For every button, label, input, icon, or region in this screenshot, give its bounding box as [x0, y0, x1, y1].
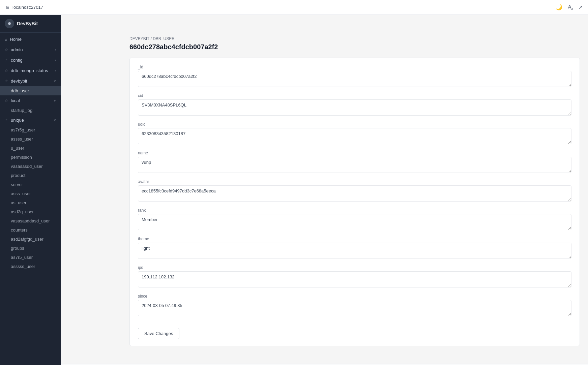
field-input-ips[interactable]	[138, 271, 571, 287]
field-input-since[interactable]	[138, 300, 571, 316]
sidebar-child-product[interactable]: product	[0, 171, 61, 180]
sidebar-child-asssss-user[interactable]: asssss_user	[0, 262, 61, 271]
sidebar-child-asd2q-user[interactable]: asd2q_user	[0, 207, 61, 216]
server-icon: 🖥	[5, 5, 10, 10]
star-icon-local: ☆	[5, 98, 8, 103]
field-group-ips: ips	[138, 265, 571, 288]
field-label-udid: udid	[138, 122, 571, 127]
sidebar-devbybit-label: devbybit	[11, 79, 27, 84]
field-label-name: name	[138, 151, 571, 155]
sidebar-child-startup-log[interactable]: startup_log	[0, 106, 61, 115]
field-input-avatar[interactable]	[138, 185, 571, 202]
page-title: 660dc278abc4cfdcb007a2f2	[129, 43, 580, 51]
field-label-rank: rank	[138, 208, 571, 213]
external-link-icon[interactable]: ↗	[578, 4, 583, 10]
breadcrumb: DEVBYBIT / DBB_USER	[129, 36, 580, 41]
dark-mode-icon[interactable]: 🌙	[556, 4, 562, 10]
translate-icon[interactable]: Az	[568, 4, 573, 10]
sidebar: ⚙ DevByBit ⌂ Home ☆ admin › ☆ config › ☆…	[0, 15, 61, 365]
star-icon-unique: ☆	[5, 118, 8, 122]
field-input-rank[interactable]	[138, 214, 571, 230]
topbar: 🖥 localhost:27017 🌙 Az ↗	[0, 0, 588, 15]
sidebar-child-as-user[interactable]: as_user	[0, 198, 61, 207]
sidebar-child-groups[interactable]: groups	[0, 244, 61, 253]
footer: Copyright © 2024 DevByBit. All rights re…	[61, 364, 588, 365]
fields-container: _idcidudidnameavatarrankthemeipssince	[138, 65, 571, 317]
sidebar-child-counters[interactable]: counters	[0, 225, 61, 235]
breadcrumb-parent[interactable]: DEVBYBIT	[129, 36, 149, 41]
chevron-config: ›	[55, 58, 56, 62]
sidebar-item-admin[interactable]: ☆ admin ›	[0, 44, 61, 55]
chevron-local: ∨	[54, 99, 56, 102]
sidebar-item-config[interactable]: ☆ config ›	[0, 55, 61, 65]
chevron-devbybit: ∨	[54, 79, 56, 83]
sidebar-child-asss-user[interactable]: asss_user	[0, 189, 61, 198]
field-input-cid[interactable]	[138, 99, 571, 116]
sidebar-child-vasasasddasd-user[interactable]: vasasasddasd_user	[0, 216, 61, 225]
sidebar-item-ddb-mongo-status[interactable]: ☆ ddb_mongo_status ›	[0, 65, 61, 76]
star-icon-ddb: ☆	[5, 68, 8, 73]
save-changes-button[interactable]: Save Changes	[138, 328, 179, 339]
field-group-cid: cid	[138, 93, 571, 117]
sidebar-child-permission[interactable]: permission	[0, 153, 61, 162]
sidebar-ddb-label: ddb_mongo_status	[11, 68, 48, 73]
sidebar-child-server[interactable]: server	[0, 180, 61, 189]
sidebar-local-label: local	[11, 98, 20, 103]
sidebar-child-asd2afgfgd-user[interactable]: asd2afgfgd_user	[0, 235, 61, 244]
sidebar-child-as7r5g-user[interactable]: as7r5g_user	[0, 125, 61, 134]
topbar-right: 🌙 Az ↗	[556, 4, 583, 10]
logo-text: DevByBit	[17, 21, 38, 26]
chevron-unique: ∨	[54, 118, 56, 122]
topbar-left: 🖥 localhost:27017	[5, 5, 43, 10]
logo-icon: ⚙	[5, 19, 14, 28]
sidebar-item-unique[interactable]: ☆ unique ∨	[0, 115, 61, 125]
sidebar-unique-label: unique	[11, 118, 24, 123]
field-input-theme[interactable]	[138, 243, 571, 259]
breadcrumb-current: DBB_USER	[153, 36, 175, 41]
field-label-_id: _id	[138, 65, 571, 69]
field-group-avatar: avatar	[138, 179, 571, 203]
field-label-ips: ips	[138, 265, 571, 270]
star-icon-devbybit: ☆	[5, 79, 8, 83]
sidebar-admin-label: admin	[11, 47, 23, 52]
server-url[interactable]: localhost:27017	[12, 5, 43, 10]
chevron-ddb: ›	[55, 69, 56, 72]
sidebar-config-label: config	[11, 58, 23, 63]
sidebar-child-ddb-user[interactable]: ddb_user	[0, 86, 61, 95]
sidebar-item-devbybit[interactable]: ☆ devbybit ∨	[0, 76, 61, 86]
star-icon-config: ☆	[5, 58, 8, 62]
chevron-admin: ›	[55, 48, 56, 52]
sidebar-home-label: Home	[10, 37, 22, 42]
field-group-_id: _id	[138, 65, 571, 88]
field-label-theme: theme	[138, 237, 571, 241]
sidebar-child-assss-user[interactable]: assss_user	[0, 134, 61, 144]
field-group-since: since	[138, 294, 571, 317]
sidebar-child-u-user[interactable]: u_user	[0, 144, 61, 153]
field-input-udid[interactable]	[138, 128, 571, 144]
home-icon: ⌂	[5, 37, 7, 42]
logo-area: ⚙ DevByBit	[0, 15, 61, 33]
field-input-name[interactable]	[138, 157, 571, 173]
star-icon-admin: ☆	[5, 48, 8, 52]
sidebar-child-vasasasdd-user[interactable]: vasasasdd_user	[0, 162, 61, 171]
sidebar-item-local[interactable]: ☆ local ∨	[0, 95, 61, 106]
field-input-_id[interactable]	[138, 71, 571, 87]
field-group-name: name	[138, 151, 571, 174]
form-card: _idcidudidnameavatarrankthemeipssince Sa…	[129, 58, 580, 346]
sidebar-item-home[interactable]: ⌂ Home	[0, 34, 61, 44]
field-label-avatar: avatar	[138, 179, 571, 184]
field-group-udid: udid	[138, 122, 571, 145]
field-group-rank: rank	[138, 208, 571, 231]
field-group-theme: theme	[138, 237, 571, 260]
field-label-since: since	[138, 294, 571, 299]
sidebar-child-as7r5-user[interactable]: as7r5_user	[0, 253, 61, 262]
field-label-cid: cid	[138, 93, 571, 98]
main-content: DEVBYBIT / DBB_USER 660dc278abc4cfdcb007…	[121, 30, 588, 364]
